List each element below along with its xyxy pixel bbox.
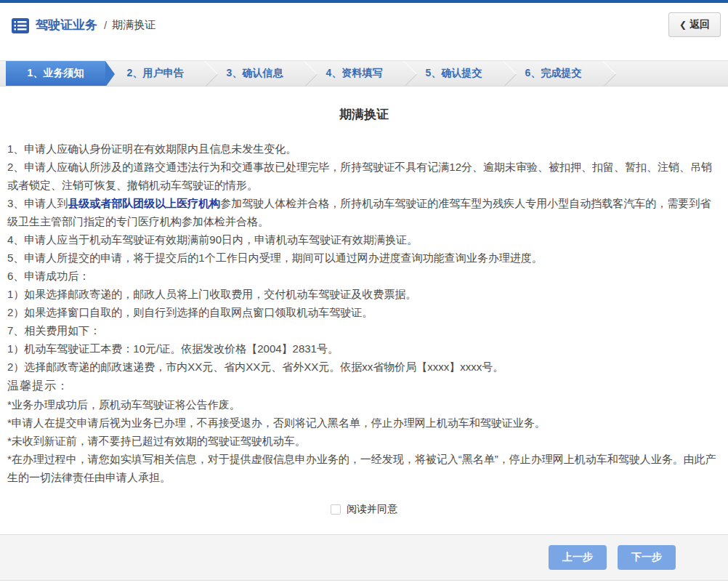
notice-item-3-prefix: 3、申请人到	[7, 197, 68, 209]
notice-item-3: 3、申请人到县级或者部队团级以上医疗机构参加驾驶人体检并合格，所持机动车驾驶证的…	[7, 194, 721, 230]
step-progress-bar: 1、业务须知 2、用户申告 3、确认信息 4、资料填写 5、确认提交 6、完成提…	[0, 60, 728, 86]
step-tab-5-confirm-submit[interactable]: 5、确认提交	[404, 61, 503, 86]
notice-item-2: 2、申请人应确认所涉及的道路交通违法行为和交通事故已处理完毕，所持驾驶证不具有记…	[7, 158, 721, 194]
page-title-main: 驾驶证业务	[36, 17, 97, 33]
step-tab-4-fill-materials[interactable]: 4、资料填写	[304, 61, 404, 86]
notice-item-7-sub-1: 1）机动车驾驶证工本费：10元/证。依据发改价格【2004】2831号。	[7, 339, 721, 358]
step-label: 1、业务须知	[28, 67, 84, 80]
notice-item-6-sub-2: 2）如果选择窗口自取的，则自行到选择的自取网点窗口领取机动车驾驶证。	[7, 303, 721, 321]
step-tab-6-complete-submit[interactable]: 6、完成提交	[503, 61, 603, 86]
warm-tip-4: *在办理过程中，请您如实填写相关信息，对于提供虚假信息申办业务的，一经发现，将被…	[7, 450, 721, 486]
next-step-button[interactable]: 下一步	[618, 545, 676, 570]
warm-tips-title: 温馨提示：	[7, 376, 721, 395]
content-title: 期满换证	[0, 106, 728, 123]
page-header: 驾驶证业务 / 期满换证 ❮ 返回	[0, 3, 728, 47]
notice-text-block: 1、申请人应确认身份证明在有效期限内且信息未发生变化。 2、申请人应确认所涉及的…	[0, 140, 728, 486]
step-label: 3、确认信息	[227, 67, 283, 80]
medical-institution-highlight: 县级或者部队团级以上医疗机构	[68, 197, 220, 209]
step-tab-1-business-notice[interactable]: 1、业务须知	[6, 61, 105, 86]
step-tab-2-user-declaration[interactable]: 2、用户申告	[105, 61, 205, 86]
notice-item-6-sub-1: 1）如果选择邮政寄递的，邮政人员将上门收取费用，交付机动车驾驶证及收费票据。	[7, 285, 721, 303]
notice-item-1: 1、申请人应确认身份证明在有效期限内且信息未发生变化。	[7, 140, 721, 158]
notice-item-7: 7、相关费用如下：	[7, 321, 721, 339]
back-button-label: 返回	[689, 18, 710, 31]
previous-step-button[interactable]: 上一步	[549, 545, 607, 570]
warm-tip-1: *业务办理成功后，原机动车驾驶证将公告作废。	[7, 395, 721, 414]
notice-item-6: 6、申请成功后：	[7, 267, 721, 285]
step-label: 4、资料填写	[326, 67, 383, 80]
list-icon	[12, 18, 29, 33]
warm-tip-2: *申请人在提交申请后视为业务已办理，不再接受退办，否则将记入黑名单，停止办理网上…	[7, 414, 721, 432]
footer-action-bar: 上一步 下一步	[0, 534, 728, 581]
warm-tip-3: *未收到新证前，请不要持已超过有效期的驾驶证驾驶机动车。	[7, 432, 721, 450]
notice-item-5: 5、申请人所提交的申请，将于提交后的1个工作日内受理，期间可以通过网办进度查询功…	[7, 249, 721, 267]
agree-checkbox-label: 阅读并同意	[347, 503, 397, 516]
back-chevron-icon: ❮	[679, 20, 687, 30]
notice-item-7-sub-2: 2）选择邮政寄递的邮政速递费，市内XX元、省内XX元、省外XX元。依据xx省物价…	[7, 358, 721, 376]
notice-item-4: 4、申请人应当于机动车驾驶证有效期满前90日内，申请机动车驾驶证有效期满换证。	[7, 230, 721, 249]
step-label: 2、用户申告	[127, 67, 184, 80]
step-label: 5、确认提交	[426, 67, 482, 80]
breadcrumb-current: 期满换证	[112, 18, 155, 32]
step-label: 6、完成提交	[525, 67, 582, 80]
agreement-row: 阅读并同意	[0, 503, 728, 516]
back-button[interactable]: ❮ 返回	[668, 12, 721, 37]
agree-checkbox[interactable]	[331, 504, 341, 515]
breadcrumb-separator: /	[104, 19, 107, 31]
step-tab-3-confirm-info[interactable]: 3、确认信息	[205, 61, 304, 86]
